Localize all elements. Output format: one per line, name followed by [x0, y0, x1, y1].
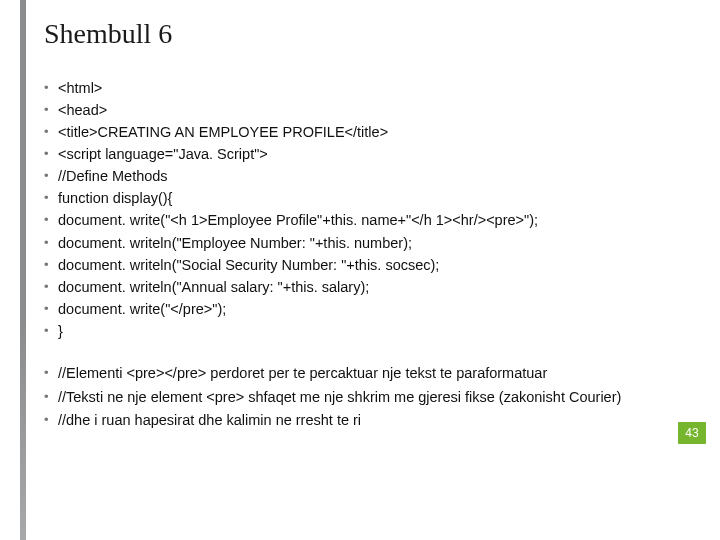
list-item: <head> [44, 100, 664, 121]
list-item: <script language="Java. Script"> [44, 144, 664, 165]
notes-bullet-list: //Elementi <pre></pre> perdoret per te p… [44, 364, 652, 435]
slide-title: Shembull 6 [44, 18, 172, 50]
list-item: } [44, 321, 664, 342]
code-bullet-list: <html> <head> <title>CREATING AN EMPLOYE… [44, 78, 664, 343]
list-item: //Teksti ne nje element <pre> shfaqet me… [44, 388, 652, 408]
list-item: <title>CREATING AN EMPLOYEE PROFILE</tit… [44, 122, 664, 143]
list-item: document. writeln("Employee Number: "+th… [44, 233, 664, 254]
accent-bar [20, 0, 26, 540]
list-item: document. write("</pre>"); [44, 299, 664, 320]
list-item: function display(){ [44, 188, 664, 209]
list-item: //Define Methods [44, 166, 664, 187]
list-item: document. writeln("Social Security Numbe… [44, 255, 664, 276]
list-item: //dhe i ruan hapesirat dhe kalimin ne rr… [44, 411, 652, 431]
list-item: document. write("<h 1>Employee Profile"+… [44, 210, 664, 231]
list-item: document. writeln("Annual salary: "+this… [44, 277, 664, 298]
page-number-badge: 43 [678, 422, 706, 444]
list-item: <html> [44, 78, 664, 99]
list-item: //Elementi <pre></pre> perdoret per te p… [44, 364, 652, 384]
